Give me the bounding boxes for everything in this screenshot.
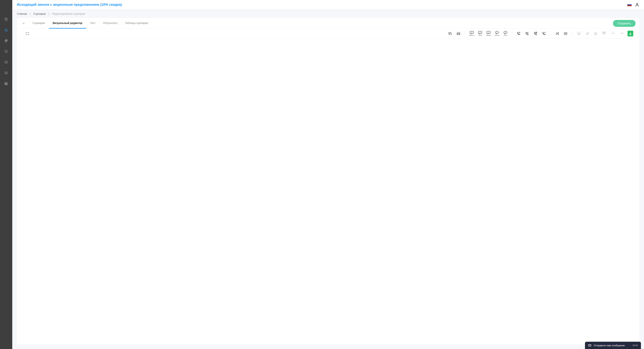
breadcrumb-scenarios[interactable]: Сценарии [33, 12, 46, 15]
svg-text:?: ? [496, 32, 498, 33]
chevron-right-icon: ❯ [48, 13, 50, 15]
tool-asr-acm-bubble[interactable]: ? ACM [503, 31, 508, 36]
tool-whatsapp[interactable] [593, 32, 598, 36]
sidebar-item-inbox[interactable] [4, 60, 8, 64]
tab-scenarios[interactable]: Сценарии [29, 18, 49, 29]
tool-asr-nuance[interactable]: ? Nuance [469, 31, 474, 36]
save-button[interactable]: Сохранить [613, 20, 636, 27]
svg-rect-18 [5, 85, 8, 85]
download-button[interactable] [628, 31, 633, 37]
breadcrumb-home[interactable]: Главная [17, 12, 27, 15]
fullscreen-button[interactable] [24, 32, 30, 35]
tool-variable[interactable] [563, 32, 568, 36]
svg-rect-4 [6, 28, 6, 29]
chat-brand: JIVO [632, 344, 638, 346]
chat-message: Отправьте нам сообщение [594, 344, 625, 347]
svg-text:?: ? [505, 32, 506, 33]
breadcrumb: Главная ❯ Сценарии ❯ Редактирование сцен… [12, 10, 644, 18]
mail-icon [588, 344, 592, 347]
svg-text:?: ? [488, 32, 489, 33]
user-menu[interactable] [635, 3, 640, 7]
tool-call-timer[interactable] [533, 32, 538, 36]
chevron-right-icon: ❯ [29, 13, 31, 15]
svg-rect-6 [6, 31, 6, 31]
redo-button[interactable] [619, 32, 624, 36]
sidebar-item-stats[interactable] [4, 39, 8, 43]
svg-rect-23 [450, 33, 452, 35]
tool-call-wave[interactable] [541, 32, 547, 36]
tab-visual-editor[interactable]: Визуальный редактор [49, 18, 86, 29]
tab-scenario-table[interactable]: Таблица сценария [121, 18, 152, 29]
tool-asr-yandex-bubble[interactable]: ? Yandex [494, 31, 500, 36]
svg-point-21 [636, 3, 638, 5]
tool-sms[interactable]: SMS [602, 31, 607, 36]
tool-shuffle[interactable] [554, 32, 560, 36]
tool-telegram[interactable] [584, 32, 590, 36]
tool-chat[interactable] [447, 32, 453, 36]
sidebar-item-timer[interactable] [4, 50, 8, 53]
tool-mail[interactable] [456, 32, 461, 36]
svg-rect-7 [7, 31, 8, 31]
tool-asr-yandex-box[interactable]: ? Yandex [486, 31, 491, 36]
language-flag-ru[interactable] [627, 3, 632, 6]
svg-text:?: ? [471, 32, 472, 33]
page-title: Исходящий звонок с акционным предложение… [17, 3, 627, 7]
tab-test[interactable]: Тест [86, 18, 100, 29]
svg-text:?: ? [480, 32, 481, 33]
sidebar [0, 0, 12, 349]
svg-point-20 [5, 84, 6, 84]
tool-call-out[interactable] [516, 32, 521, 36]
sidebar-item-flow[interactable] [4, 28, 8, 32]
content-panel: Сценарии Визуальный редактор Тест Резуль… [17, 18, 640, 344]
chat-widget[interactable]: Отправьте нам сообщение JIVO [585, 342, 641, 349]
sidebar-item-docs[interactable] [4, 17, 8, 21]
header: Исходящий звонок с акционным предложение… [12, 0, 644, 10]
editor-canvas[interactable] [17, 39, 640, 344]
sidebar-item-outbox[interactable] [4, 71, 8, 75]
undo-button[interactable] [611, 32, 616, 36]
svg-rect-5 [5, 31, 5, 31]
sidebar-item-servers[interactable] [4, 82, 8, 86]
toolbar: ? Nuance ? ACM ? Yandex ? Yandex [17, 29, 640, 39]
tool-asr-acm[interactable]: ? ACM [478, 31, 483, 36]
breadcrumb-current: Редактирование сценария [52, 12, 85, 15]
back-button[interactable] [21, 19, 27, 28]
svg-point-19 [5, 83, 6, 83]
tool-viber[interactable] [576, 32, 582, 36]
tool-call-in[interactable] [524, 32, 530, 36]
tab-results[interactable]: Результаты [100, 18, 121, 29]
svg-point-36 [594, 32, 597, 35]
